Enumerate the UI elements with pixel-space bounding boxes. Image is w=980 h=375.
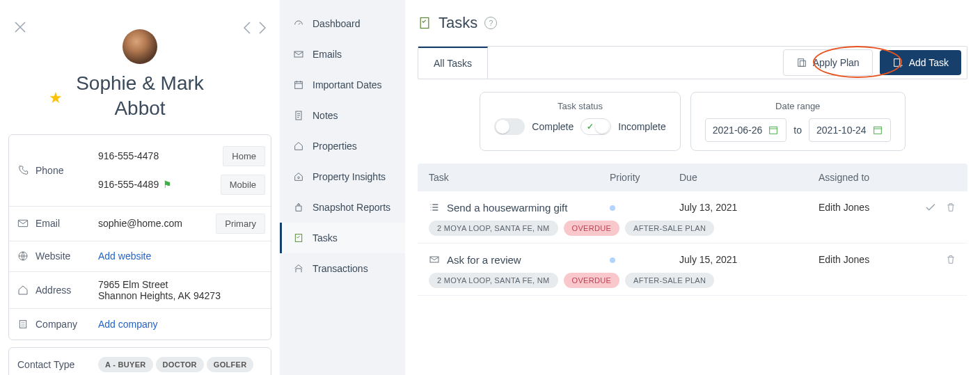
add-company-link[interactable]: Add company xyxy=(98,319,158,330)
next-record-icon[interactable] xyxy=(258,21,267,35)
add-task-button[interactable]: Add Task xyxy=(880,50,961,75)
phone-value: 916-555-4489⚑ xyxy=(98,179,172,190)
table-row[interactable]: Ask for a review July 15, 2021 Edith Jon… xyxy=(418,244,967,296)
task-tag-overdue: OVERDUE xyxy=(564,273,620,288)
contact-type-tag[interactable]: DOCTOR xyxy=(156,357,204,372)
col-task: Task xyxy=(429,172,610,183)
nav-important-dates[interactable]: Important Dates xyxy=(280,70,405,100)
table-row[interactable]: Send a housewarming gift July 13, 2021 E… xyxy=(418,191,967,244)
task-due: July 15, 2021 xyxy=(679,254,819,265)
priority-dot xyxy=(610,257,615,263)
daterange-filter: Date range 2021-06-26 to 2021-10-24 xyxy=(690,92,906,151)
help-icon[interactable]: ? xyxy=(484,17,497,29)
svg-rect-9 xyxy=(798,59,803,67)
email-type-badge: Primary xyxy=(216,214,265,234)
svg-rect-14 xyxy=(430,257,438,262)
status-filter-title: Task status xyxy=(558,101,603,111)
complete-toggle[interactable] xyxy=(494,118,525,135)
website-label: Website xyxy=(9,242,93,270)
insight-icon xyxy=(293,171,304,182)
table-header: Task Priority Due Assigned to xyxy=(418,163,967,191)
mail-icon xyxy=(17,218,29,229)
col-due: Due xyxy=(679,172,819,183)
prev-record-icon[interactable] xyxy=(242,21,252,35)
trash-icon[interactable] xyxy=(945,253,956,266)
task-tag: AFTER-SALE PLAN xyxy=(625,221,714,236)
company-label: Company xyxy=(9,310,93,338)
incomplete-toggle[interactable]: ✓ xyxy=(580,118,611,135)
nav-dashboard[interactable]: Dashboard xyxy=(280,8,405,39)
contact-info-card: Phone 916-555-4478 Home 916-555-4489⚑ Mo… xyxy=(8,134,271,340)
task-tag: 2 MOYA LOOP, SANTA FE, NM xyxy=(429,273,558,288)
contact-type-tag[interactable]: GOLFER xyxy=(207,357,254,372)
svg-rect-8 xyxy=(420,18,429,29)
email-label: Email xyxy=(9,209,93,237)
task-title: Ask for a review xyxy=(447,254,521,266)
status-filter: Task status Complete ✓ Incomplete xyxy=(480,92,680,151)
svg-point-6 xyxy=(298,177,300,179)
list-icon xyxy=(429,202,440,213)
svg-rect-0 xyxy=(18,221,27,227)
gauge-icon xyxy=(293,18,304,29)
mail-icon xyxy=(429,254,440,265)
task-title: Send a housewarming gift xyxy=(447,202,567,214)
daterange-title: Date range xyxy=(775,101,820,111)
page-title: Tasks xyxy=(438,14,477,32)
contact-name: Sophie & MarkAbbot xyxy=(8,71,271,122)
note-icon xyxy=(293,110,304,121)
tasks-icon xyxy=(418,16,432,30)
complete-label: Complete xyxy=(532,121,574,132)
globe-icon xyxy=(17,250,29,262)
calendar-icon xyxy=(768,125,779,136)
nav-notes[interactable]: Notes xyxy=(280,100,405,131)
trash-icon[interactable] xyxy=(945,201,956,214)
svg-rect-2 xyxy=(19,320,26,328)
home-icon xyxy=(17,285,29,296)
address-line2: Shannon Heights, AK 94273 xyxy=(98,290,221,301)
date-to-input[interactable]: 2021-10-24 xyxy=(809,118,891,142)
nav-transactions[interactable]: Transactions xyxy=(280,253,405,284)
tabs-bar: All Tasks Apply Plan Add Task xyxy=(418,46,967,79)
svg-rect-13 xyxy=(874,127,881,134)
contact-type-tag[interactable]: A - BUYER xyxy=(98,357,153,372)
nav-sidebar: Dashboard Emails Important Dates Notes P… xyxy=(280,0,405,375)
calendar-icon xyxy=(872,125,883,136)
nav-snapshot-reports[interactable]: Snapshot Reports xyxy=(280,192,405,223)
transactions-icon xyxy=(293,263,304,274)
add-website-link[interactable]: Add website xyxy=(98,250,151,262)
close-icon[interactable] xyxy=(14,21,26,33)
star-icon[interactable]: ★ xyxy=(49,89,63,107)
phone-type-badge: Home xyxy=(223,146,265,166)
apply-plan-button[interactable]: Apply Plan xyxy=(783,49,873,76)
svg-rect-12 xyxy=(770,127,777,134)
record-pager xyxy=(242,21,267,35)
task-table: Task Priority Due Assigned to Send a hou… xyxy=(418,163,967,296)
nav-properties[interactable]: Properties xyxy=(280,131,405,161)
nav-tasks[interactable]: Tasks xyxy=(280,223,405,253)
task-tag-overdue: OVERDUE xyxy=(564,221,620,236)
main-panel: Tasks ? All Tasks Apply Plan Add Task Ta… xyxy=(405,0,980,375)
building-icon xyxy=(17,319,29,330)
col-assigned: Assigned to xyxy=(819,172,923,183)
tab-all-tasks[interactable]: All Tasks xyxy=(418,47,488,79)
home-icon xyxy=(293,141,304,152)
phone-type-badge: Mobile xyxy=(221,175,265,195)
to-label: to xyxy=(793,125,802,136)
nav-property-insights[interactable]: Property Insights xyxy=(280,161,405,192)
complete-icon[interactable] xyxy=(924,201,937,214)
avatar xyxy=(122,29,157,64)
contact-type-card: Contact Type A - BUYER DOCTOR GOLFER PAS… xyxy=(8,347,271,375)
svg-rect-10 xyxy=(800,61,805,66)
phone-icon xyxy=(17,165,29,176)
filters-row: Task status Complete ✓ Incomplete Date r… xyxy=(418,92,967,151)
task-tag: 2 MOYA LOOP, SANTA FE, NM xyxy=(429,221,558,236)
contact-type-label: Contact Type xyxy=(9,348,93,375)
phone-value: 916-555-4478 xyxy=(98,150,159,161)
add-task-icon xyxy=(892,57,903,68)
task-due: July 13, 2021 xyxy=(679,202,819,213)
svg-rect-4 xyxy=(295,81,303,88)
address-line1: 7965 Elm Street xyxy=(98,279,168,290)
date-from-input[interactable]: 2021-06-26 xyxy=(705,118,787,142)
nav-emails[interactable]: Emails xyxy=(280,39,405,70)
incomplete-label: Incomplete xyxy=(618,121,665,132)
